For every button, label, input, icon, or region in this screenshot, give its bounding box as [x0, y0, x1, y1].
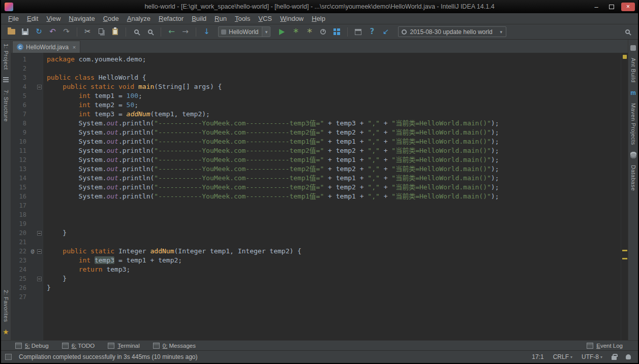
tool-button-project[interactable]: 1: Project: [3, 44, 9, 70]
code-line[interactable]: 27: [11, 292, 621, 302]
line-number[interactable]: 8: [11, 119, 29, 128]
code-line[interactable]: 5 int temp1 = 100;: [11, 91, 621, 101]
debug-icon[interactable]: *: [303, 26, 316, 38]
menu-item-view[interactable]: View: [42, 13, 65, 24]
tool-button-messages[interactable]: 0: Messages: [153, 343, 196, 349]
maven-icon[interactable]: m: [629, 89, 637, 97]
line-number[interactable]: 5: [11, 91, 29, 101]
vcs-message-select[interactable]: 2015-08-30 update hello world▾: [398, 26, 506, 37]
menu-item-help[interactable]: Help: [308, 13, 329, 24]
code-line[interactable]: 16 System.out.println("-----------YouMee…: [11, 192, 621, 201]
tool-button-terminal[interactable]: Terminal: [108, 343, 139, 349]
code-line[interactable]: 8 System.out.println("-----------YouMeek…: [11, 119, 621, 128]
tool-button-database[interactable]: Database: [630, 165, 636, 191]
line-number[interactable]: 9: [11, 128, 29, 137]
line-number[interactable]: 17: [11, 201, 29, 210]
code-line[interactable]: 2: [11, 64, 621, 73]
copy-icon[interactable]: [95, 26, 108, 38]
code-line[interactable]: 26}: [11, 283, 621, 292]
back-icon[interactable]: ←: [165, 26, 178, 38]
code-line[interactable]: 17: [11, 201, 621, 210]
favorites-star-icon[interactable]: ★: [2, 328, 10, 336]
code-line[interactable]: 15 System.out.println("-----------YouMee…: [11, 183, 621, 192]
forward-icon[interactable]: →: [179, 26, 192, 38]
cut-icon[interactable]: ✂: [81, 26, 94, 38]
paste-icon[interactable]: [109, 26, 121, 38]
code-line[interactable]: 6 int temp2 = 50;: [11, 101, 621, 110]
maximize-button[interactable]: [606, 3, 617, 11]
line-number[interactable]: 7: [11, 110, 29, 119]
menu-item-code[interactable]: Code: [99, 13, 123, 24]
fold-marker-icon[interactable]: [37, 277, 42, 281]
code-line[interactable]: 24 return temp3;: [11, 265, 621, 274]
code-line[interactable]: 20 }: [11, 228, 621, 238]
tool-button-todo[interactable]: 6: TODO: [62, 343, 95, 349]
menu-item-build[interactable]: Build: [188, 13, 210, 24]
code-line[interactable]: 14 System.out.println("-----------YouMee…: [11, 174, 621, 183]
menu-item-tools[interactable]: Tools: [231, 13, 254, 24]
line-number[interactable]: 23: [11, 256, 29, 265]
update-project-icon[interactable]: ↙: [379, 26, 392, 38]
line-number[interactable]: 13: [11, 164, 29, 174]
menu-item-refactor[interactable]: Refactor: [155, 13, 188, 24]
line-number[interactable]: 14: [11, 174, 29, 183]
find-icon[interactable]: [130, 26, 143, 38]
code-line[interactable]: 4 public static void main(String[] args)…: [11, 82, 621, 91]
save-all-icon[interactable]: [19, 26, 32, 38]
toolwindow-toggle-icon[interactable]: [5, 354, 12, 360]
menu-item-window[interactable]: Window: [276, 13, 308, 24]
code-line[interactable]: 19: [11, 219, 621, 228]
search-everywhere-icon[interactable]: [621, 26, 634, 38]
project-structure-icon[interactable]: [330, 26, 343, 38]
caret-position[interactable]: 17:1: [532, 353, 543, 360]
line-number[interactable]: 24: [11, 265, 29, 274]
line-number[interactable]: 18: [11, 210, 29, 219]
replace-icon[interactable]: [144, 26, 157, 38]
line-number[interactable]: 15: [11, 183, 29, 192]
database-icon[interactable]: [629, 151, 637, 159]
close-button[interactable]: ×: [621, 3, 635, 11]
warning-stripe-mark[interactable]: [622, 258, 627, 259]
code-line[interactable]: 12 System.out.println("-----------YouMee…: [11, 155, 621, 164]
tool-button-event-log[interactable]: Event Log: [587, 343, 623, 349]
line-number[interactable]: 6: [11, 101, 29, 110]
fold-marker-icon[interactable]: [37, 249, 42, 254]
profiler-icon[interactable]: [317, 26, 329, 38]
code-line[interactable]: 3public class HelloWorld {: [11, 73, 621, 82]
line-number[interactable]: 19: [11, 219, 29, 228]
line-number[interactable]: 1: [11, 55, 29, 64]
line-number[interactable]: 21: [11, 238, 29, 247]
menu-item-edit[interactable]: Edit: [23, 13, 42, 24]
code-line[interactable]: 18: [11, 210, 621, 219]
run-icon[interactable]: [276, 26, 288, 38]
line-number[interactable]: 10: [11, 137, 29, 146]
editor[interactable]: 1package com.youmeek.demo;23public class…: [11, 53, 628, 340]
structure-icon[interactable]: [2, 76, 10, 84]
line-number[interactable]: 22: [11, 247, 29, 256]
hector-icon[interactable]: [626, 354, 631, 359]
code-line[interactable]: 11 System.out.println("-----------YouMee…: [11, 146, 621, 155]
line-number[interactable]: 3: [11, 73, 29, 82]
tool-button-favorites[interactable]: 2: Favorites: [3, 290, 9, 322]
line-number[interactable]: 25: [11, 274, 29, 283]
line-number[interactable]: 26: [11, 283, 29, 292]
line-number[interactable]: 4: [11, 82, 29, 91]
synchronize-icon[interactable]: ↻: [33, 26, 45, 38]
run-configuration-select[interactable]: HelloWorld▾: [218, 26, 270, 37]
tool-button-ant-build[interactable]: Ant Build: [630, 58, 636, 83]
code-line[interactable]: 1package com.youmeek.demo;: [11, 55, 621, 64]
menu-item-file[interactable]: File: [4, 13, 23, 24]
tool-button-structure[interactable]: 7: Structure: [3, 90, 9, 122]
export-icon[interactable]: [352, 26, 364, 38]
minimize-button[interactable]: –: [591, 3, 602, 11]
line-number[interactable]: 2: [11, 64, 29, 73]
line-separator-select[interactable]: CRLF ▾: [553, 353, 572, 360]
redo-icon[interactable]: ↷: [60, 26, 73, 38]
lock-icon[interactable]: [612, 356, 617, 360]
menu-item-vcs[interactable]: VCS: [254, 13, 276, 24]
undo-icon[interactable]: ↶: [46, 26, 59, 38]
code-line[interactable]: 23 int temp3 = temp1 + temp2;: [11, 256, 621, 265]
warning-stripe-mark[interactable]: [622, 250, 627, 251]
run-coverage-icon[interactable]: *: [289, 26, 302, 38]
tab-close-icon[interactable]: ×: [73, 44, 76, 50]
